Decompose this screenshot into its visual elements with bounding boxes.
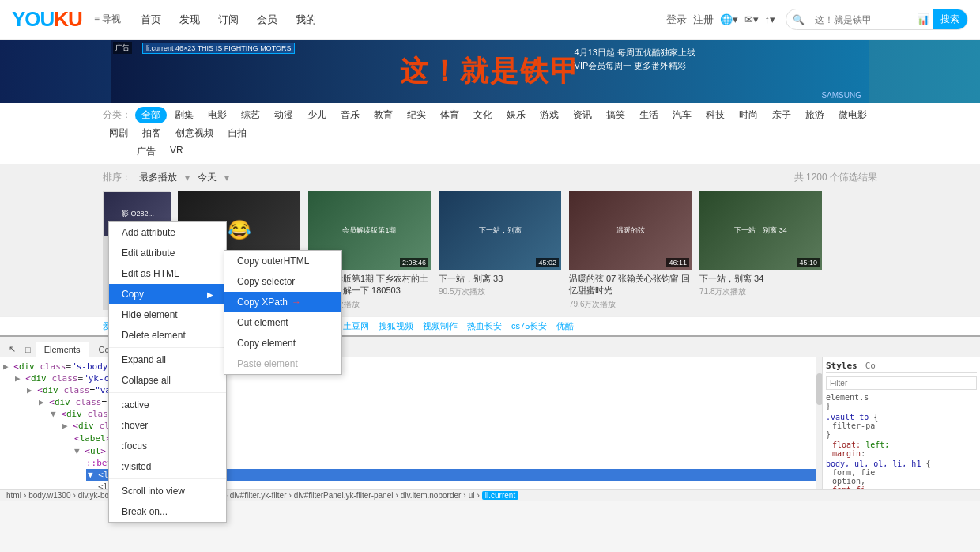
menu-hide-element[interactable]: Hide element (109, 304, 226, 325)
cat-sport[interactable]: 体育 (434, 107, 466, 123)
video-duration-2: 2:08:46 (400, 258, 428, 267)
logo[interactable]: YOUKU (12, 7, 82, 32)
nav-discover[interactable]: 发现 (172, 9, 208, 30)
cat-culture[interactable]: 文化 (467, 107, 499, 123)
devtools-icon-mobile[interactable]: □ (21, 342, 36, 357)
nav-member[interactable]: 会员 (249, 9, 285, 30)
copy-submenu[interactable]: Copy outerHTML Copy selector Copy XPath … (224, 250, 342, 375)
devtools-icon-cursor[interactable]: ↖ (4, 342, 21, 357)
sort-most-played[interactable]: 最多播放 (139, 171, 177, 184)
breadcrumb-li-current[interactable]: li.current (482, 491, 518, 500)
menu-add-attribute[interactable]: Add attribute (109, 222, 226, 243)
cat-variety[interactable]: 综艺 (235, 107, 266, 123)
styles-panel: Styles Co element.s} .vault-to { filter-… (822, 357, 980, 489)
link-tudou[interactable]: 土豆网 (343, 320, 369, 332)
mail-icon: ✉▾ (744, 13, 759, 25)
search-input[interactable] (811, 12, 914, 28)
sort-bar: 排序： 最多播放▾ 今天▾ 共 1200 个筛选结果 (103, 171, 877, 184)
menu-edit-as-html[interactable]: Edit as HTML (109, 263, 226, 284)
submenu-copy-xpath[interactable]: Copy XPath → (224, 292, 341, 312)
cat-vr[interactable]: VR (164, 143, 190, 160)
search-box: 🔍 📊 搜索 (786, 9, 968, 30)
primary-context-menu[interactable]: Add attribute Edit attribute Edit as HTM… (108, 221, 227, 523)
video-views-4: 79.6万次播放 (569, 299, 692, 310)
video-card-3[interactable]: 下一站，别离 45:02 下一站，别离 33 90.5万次播放 (439, 191, 561, 310)
banner-info: 4月13日起 每周五优酷独家上线 VIP会员每周一 更多番外精彩 (575, 46, 695, 72)
cat-life[interactable]: 生活 (633, 107, 665, 123)
video-title-3: 下一站，别离 33 (439, 273, 561, 285)
register-link[interactable]: 注册 (693, 13, 714, 27)
styles-tab[interactable]: Styles (826, 361, 858, 371)
cat-creative[interactable]: 创意视频 (169, 125, 220, 142)
link-cs75[interactable]: cs75长安 (511, 320, 547, 332)
submenu-copy-outer-html[interactable]: Copy outerHTML (224, 251, 341, 271)
cat-doc[interactable]: 纪实 (401, 107, 432, 123)
menu-focus[interactable]: :focus (109, 436, 226, 456)
cat-ent[interactable]: 娱乐 (500, 107, 532, 123)
xpath-arrow-icon: → (292, 297, 301, 308)
sort-today[interactable]: 今天 (198, 171, 217, 184)
cat-kids[interactable]: 少儿 (301, 107, 333, 123)
menu-edit-attribute[interactable]: Edit attribute (109, 243, 226, 263)
menu-delete-element[interactable]: Delete element (109, 325, 226, 346)
styles-filter[interactable] (826, 376, 977, 390)
banner: 广告 li.current 46×23 THIS IS FIGHTING MOT… (0, 40, 980, 103)
video-card-5[interactable]: 下一站，别离 34 45:10 下一站，别离 34 71.8万次播放 (699, 191, 822, 310)
globe-icon: 🌐▾ (720, 13, 738, 25)
menu-separator-1 (109, 347, 226, 348)
breadcrumb-div-filter[interactable]: div#filter.yk-filter (230, 491, 287, 500)
menu-expand-all[interactable]: Expand all (109, 350, 226, 370)
cat-music[interactable]: 音乐 (334, 107, 366, 123)
cat-ad[interactable]: 广告 (130, 143, 162, 160)
menu-break-on[interactable]: Break on... (109, 501, 226, 522)
nav-mine[interactable]: 我的 (288, 9, 324, 30)
breadcrumb-body[interactable]: body.w1300 (28, 491, 70, 500)
sort-label: 排序： (103, 171, 131, 184)
link-sohu[interactable]: 搜狐视频 (379, 320, 413, 332)
menu-active[interactable]: :active (109, 395, 226, 415)
sort-count: 共 1200 个筛选结果 (794, 171, 877, 184)
menu-collapse-all[interactable]: Collapse all (109, 370, 226, 391)
cat-parenting[interactable]: 亲子 (766, 107, 797, 123)
search-button[interactable]: 搜索 (933, 9, 967, 29)
cat-microfilm[interactable]: 微电影 (832, 107, 873, 123)
nav-toggle[interactable]: ≡ 导视 (94, 13, 121, 26)
cat-movie[interactable]: 电影 (202, 107, 233, 123)
cat-all[interactable]: 全部 (135, 107, 167, 123)
menu-visited[interactable]: :visited (109, 456, 226, 477)
menu-copy[interactable]: Copy ▶ (109, 284, 226, 304)
video-card-4[interactable]: 温暖的弦 46:11 温暖的弦 07 张翰关心张钧甯 回忆甜蜜时光 79.6万次… (569, 191, 692, 310)
nav-home[interactable]: 首页 (133, 9, 169, 30)
link-video-prod[interactable]: 视频制作 (423, 320, 458, 332)
cat-webseries[interactable]: 网剧 (103, 125, 134, 142)
cat-car[interactable]: 汽车 (666, 107, 698, 123)
cat-tech[interactable]: 科技 (699, 107, 731, 123)
cat-paike[interactable]: 拍客 (136, 125, 168, 142)
menu-hover[interactable]: :hover (109, 415, 226, 436)
cat-anime[interactable]: 动漫 (268, 107, 300, 123)
cat-edu[interactable]: 教育 (368, 107, 399, 123)
menu-scroll-into-view[interactable]: Scroll into view (109, 481, 226, 501)
cat-game[interactable]: 游戏 (533, 107, 565, 123)
cat-drama[interactable]: 剧集 (168, 107, 200, 123)
login-link[interactable]: 登录 (666, 13, 687, 27)
cat-fashion[interactable]: 时尚 (733, 107, 764, 123)
submenu-copy-selector[interactable]: Copy selector (224, 271, 341, 292)
link-hot-blood[interactable]: 热血长安 (467, 320, 502, 332)
breadcrumb-div-item[interactable]: div.item.noborder (401, 491, 462, 500)
submenu-cut-element[interactable]: Cut element (224, 312, 341, 333)
computed-tab[interactable]: Co (865, 361, 876, 371)
styles-rule-2: float: left; margin: (826, 440, 977, 458)
cat-news[interactable]: 资讯 (567, 107, 598, 123)
cat-selfie[interactable]: 自拍 (221, 125, 253, 142)
cat-travel[interactable]: 旅游 (799, 107, 831, 123)
tab-elements[interactable]: Elements (36, 342, 89, 357)
breadcrumb-html[interactable]: html (6, 491, 21, 500)
breadcrumb-ul[interactable]: ul (469, 491, 475, 500)
cat-funny[interactable]: 搞笑 (600, 107, 631, 123)
submenu-copy-element[interactable]: Copy element (224, 333, 341, 354)
nav-subscribe[interactable]: 订阅 (210, 9, 247, 30)
breadcrumb-div-panel[interactable]: div#filterPanel.yk-filter-panel (294, 491, 394, 500)
video-duration-4: 46:11 (666, 258, 689, 267)
link-youku2[interactable]: 优酷 (556, 320, 574, 332)
